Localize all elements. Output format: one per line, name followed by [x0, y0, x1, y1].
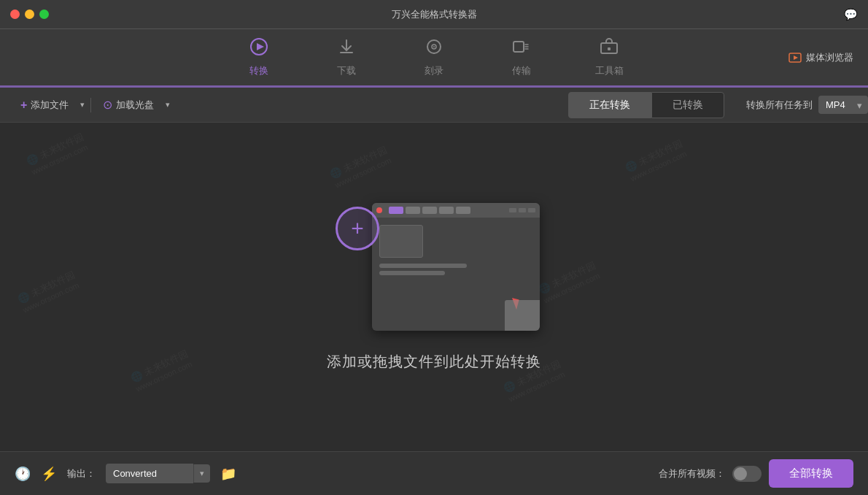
format-select-wrap: MP4 MKV AVI MOV — [818, 96, 868, 114]
tab-converted[interactable]: 已转换 — [651, 92, 724, 118]
format-select[interactable]: MP4 MKV AVI MOV — [818, 96, 868, 114]
svg-point-4 — [433, 46, 435, 47]
bottom-bar: 🕐 ⚡ 输出： Converted ▾ 📁 合并所有视频： 全部转换 — [0, 451, 868, 495]
media-browser-icon — [788, 51, 802, 64]
nav-label-download: 下载 — [337, 64, 356, 77]
burn-icon — [425, 37, 443, 61]
transfer-icon — [512, 37, 531, 61]
nav-item-burn[interactable]: 刻录 — [412, 37, 456, 77]
fw-image-placeholder — [379, 225, 423, 258]
nav-label-convert: 转换 — [249, 64, 268, 77]
media-browser-label: 媒体浏览器 — [806, 51, 853, 64]
file-window — [372, 203, 540, 331]
add-file-button[interactable]: + 添加文件 — [12, 94, 77, 116]
lightning-icon[interactable]: ⚡ — [41, 466, 57, 482]
merge-toggle[interactable] — [732, 466, 762, 482]
output-select-chevron[interactable]: ▾ — [193, 464, 210, 483]
window-controls — [10, 9, 49, 19]
toolbox-icon — [600, 37, 619, 61]
plus-icon: + — [20, 99, 27, 112]
toggle-knob — [734, 467, 747, 480]
svg-marker-9 — [794, 55, 798, 60]
nav-item-toolbox[interactable]: 工具箱 — [587, 37, 631, 77]
fw-tab-1 — [389, 207, 403, 214]
add-file-label: 添加文件 — [31, 99, 69, 112]
chat-icon: 💬 — [844, 8, 858, 21]
media-browser-button[interactable]: 媒体浏览器 — [788, 51, 853, 64]
fw-tab-3 — [422, 207, 437, 214]
nav-label-burn: 刻录 — [425, 64, 443, 77]
convert-icon — [249, 37, 268, 61]
load-disc-dropdown[interactable]: ▾ — [163, 96, 173, 114]
file-window-body — [372, 218, 540, 283]
fw-controls — [509, 208, 535, 212]
drop-hint-text: 添加或拖拽文件到此处开始转换 — [327, 352, 541, 372]
app-title: 万兴全能格式转换器 — [392, 8, 477, 21]
output-label: 输出： — [67, 467, 96, 480]
minimize-button[interactable] — [25, 9, 34, 19]
svg-marker-1 — [257, 43, 264, 50]
svg-rect-5 — [514, 42, 524, 52]
add-file-dropdown[interactable]: ▾ — [77, 96, 88, 114]
nav-label-toolbox: 工具箱 — [595, 64, 624, 77]
main-content: 🌐 未来软件园 www.orsoon.com 🌐 未来软件园 www.orsoo… — [0, 123, 868, 451]
drop-area[interactable]: + — [327, 203, 541, 372]
merge-label: 合并所有视频： — [659, 467, 725, 480]
cd-icon: ⊙ — [103, 98, 112, 112]
convert-all-button[interactable]: 全部转换 — [769, 459, 853, 488]
nav-item-download[interactable]: 下载 — [325, 37, 368, 77]
maximize-button[interactable] — [39, 9, 49, 19]
title-bar: 万兴全能格式转换器 💬 — [0, 0, 868, 29]
convert-to-label: 转换所有任务到 — [746, 99, 813, 112]
nav-bar: 转换 下载 刻录 传输 — [0, 29, 868, 88]
load-disc-button[interactable]: ⊙ 加载光盘 — [94, 93, 163, 116]
divider-1 — [90, 98, 91, 112]
plus-circle-icon: + — [336, 207, 379, 250]
fw-tab-2 — [406, 207, 420, 214]
nav-item-transfer[interactable]: 传输 — [500, 37, 543, 77]
output-path-select[interactable]: Converted — [106, 464, 193, 483]
fw-close-dot — [376, 207, 382, 213]
fw-tabs — [389, 207, 470, 214]
shadow-file — [505, 300, 540, 331]
nav-label-transfer: 传输 — [512, 64, 531, 77]
convert-target: 转换所有任务到 MP4 MKV AVI MOV — [746, 96, 868, 114]
file-window-titlebar — [372, 203, 540, 218]
folder-icon[interactable]: 📁 — [220, 466, 236, 482]
merge-section: 合并所有视频： 全部转换 — [659, 459, 853, 488]
tab-group: 正在转换 已转换 — [568, 92, 724, 118]
fw-tab-5 — [456, 207, 470, 214]
tab-converting[interactable]: 正在转换 — [568, 92, 651, 118]
load-disc-label: 加载光盘 — [116, 99, 154, 112]
nav-item-convert[interactable]: 转换 — [237, 37, 281, 77]
clock-icon[interactable]: 🕐 — [15, 466, 31, 482]
close-button[interactable] — [10, 9, 20, 19]
toolbar: + 添加文件 ▾ ⊙ 加载光盘 ▾ 正在转换 已转换 转换所有任务到 MP4 M… — [0, 88, 868, 123]
drop-illustration: + — [328, 203, 540, 334]
download-icon — [337, 37, 356, 61]
svg-rect-7 — [608, 47, 611, 50]
fw-text-lines — [379, 264, 532, 275]
fw-tab-4 — [439, 207, 454, 214]
title-right-area: 💬 — [844, 8, 858, 21]
output-select-wrap: Converted ▾ — [106, 464, 210, 483]
